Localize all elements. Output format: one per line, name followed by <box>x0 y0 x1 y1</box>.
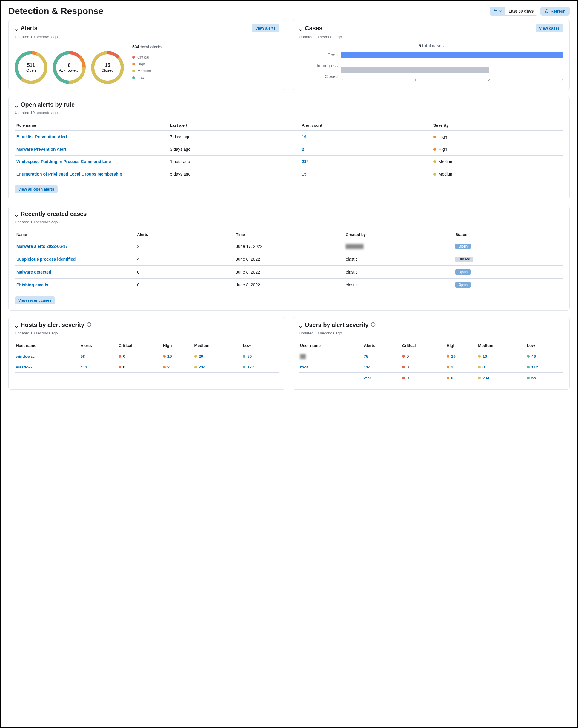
info-icon[interactable] <box>86 321 91 329</box>
users-panel: Users by alert severity Updated 10 secon… <box>293 317 570 390</box>
refresh-icon <box>545 9 549 13</box>
chevron-down-icon <box>15 212 18 216</box>
hosts-panel: Hosts by alert severity Updated 10 secon… <box>8 317 285 390</box>
chevron-down-icon <box>299 323 303 327</box>
open-alerts-by-rule-panel: Open alerts by rule Updated 10 seconds a… <box>8 97 570 200</box>
recent-cases-panel: Recently created cases Updated 10 second… <box>8 206 570 311</box>
open-alerts-updated: Updated 10 seconds ago <box>15 110 563 115</box>
rule-link[interactable]: Blocklist Prevention Alert <box>17 134 67 139</box>
table-row: root114020112 <box>299 362 563 373</box>
alert-count-link[interactable]: 15 <box>302 172 307 177</box>
cases-bar <box>341 52 563 58</box>
cases-label: Closed <box>324 73 338 80</box>
hosts-title[interactable]: Hosts by alert severity <box>15 321 279 329</box>
donut-acknowle: 8Acknowle… <box>53 51 86 84</box>
entity-link[interactable]: root <box>300 365 308 369</box>
case-link[interactable]: Suspicious process identified <box>17 257 76 262</box>
rule-link[interactable]: Whitespace Padding in Process Command Li… <box>17 159 111 164</box>
alert-count-link[interactable]: 2 <box>302 147 304 152</box>
alerts-panel: Alerts View alerts Updated 10 seconds ag… <box>8 20 285 90</box>
info-icon[interactable] <box>371 321 375 329</box>
hosts-table: Host name Alerts Critical High Medium Lo… <box>15 340 279 373</box>
alert-count-link[interactable]: 19 <box>302 134 307 139</box>
alerts-updated: Updated 10 seconds ago <box>15 35 279 39</box>
alerts-total: 534 total alerts <box>15 45 279 49</box>
recent-cases-updated: Updated 10 seconds ago <box>15 220 563 224</box>
table-row: Malware alerts 2022-06-172June 17, 2022█… <box>15 240 563 253</box>
severity-legend: Critical High Medium Low <box>132 55 151 80</box>
hosts-updated: Updated 10 seconds ago <box>15 331 279 335</box>
cases-bar <box>341 68 489 74</box>
users-updated: Updated 10 seconds ago <box>299 331 563 335</box>
chevron-down-icon <box>15 323 18 327</box>
date-range-label: Last 30 days <box>505 6 537 16</box>
view-all-open-alerts-button[interactable]: View all open alerts <box>15 185 58 193</box>
recent-cases-table: Name Alerts Time Created by Status Malwa… <box>15 229 563 291</box>
users-title[interactable]: Users by alert severity <box>299 321 563 329</box>
donut-closed: 15Closed <box>91 51 124 84</box>
cases-label: In progress <box>317 62 338 69</box>
status-badge: Open <box>455 244 471 249</box>
open-alerts-title[interactable]: Open alerts by rule <box>15 101 563 108</box>
svg-rect-0 <box>494 9 497 12</box>
table-row: ██750191046 <box>299 351 563 362</box>
cases-updated: Updated 10 seconds ago <box>299 35 563 39</box>
date-range-picker[interactable]: Last 30 days <box>490 6 537 16</box>
table-row: elastic-5…41302234177 <box>15 362 279 373</box>
cases-bar-chart: OpenIn progressClosed 0123 <box>299 52 563 82</box>
chevron-down-icon <box>15 103 18 107</box>
cases-panel-title[interactable]: Cases <box>299 25 322 32</box>
table-row: 2990023465 <box>299 373 563 383</box>
status-badge: Open <box>455 282 471 288</box>
chevron-down-icon <box>499 10 502 12</box>
status-badge: Closed <box>455 257 473 262</box>
table-row: Whitespace Padding in Process Command Li… <box>15 156 563 168</box>
table-row: Malware detected0June 8, 2022elasticOpen <box>15 266 563 279</box>
rule-link[interactable]: Malware Prevention Alert <box>17 147 66 152</box>
view-alerts-button[interactable]: View alerts <box>252 24 279 32</box>
chevron-down-icon <box>299 27 303 30</box>
alerts-panel-title[interactable]: Alerts <box>15 25 37 32</box>
users-table: User name Alerts Critical High Medium Lo… <box>299 340 563 383</box>
cases-label: Open <box>327 52 338 58</box>
recent-cases-title[interactable]: Recently created cases <box>15 210 563 217</box>
calendar-icon <box>490 6 505 16</box>
view-recent-cases-button[interactable]: View recent cases <box>15 296 55 304</box>
case-link[interactable]: Phishing emails <box>17 283 48 287</box>
table-row: Blocklist Prevention Alert7 days ago19Hi… <box>15 131 563 143</box>
entity-link[interactable]: windows… <box>16 354 37 359</box>
case-link[interactable]: Malware detected <box>17 270 51 275</box>
case-link[interactable]: Malware alerts 2022-06-17 <box>17 244 68 249</box>
entity-link[interactable]: elastic-5… <box>16 365 36 369</box>
table-row: windows…980192950 <box>15 351 279 362</box>
refresh-button[interactable]: Refresh <box>541 7 570 16</box>
rule-link[interactable]: Enumeration of Privileged Local Groups M… <box>17 172 122 177</box>
cases-total: 5 total cases <box>299 43 563 48</box>
table-row: Malware Prevention Alert3 days ago2High <box>15 143 563 156</box>
refresh-label: Refresh <box>551 9 566 14</box>
status-badge: Open <box>455 269 471 275</box>
table-row: Suspicious process identified4June 8, 20… <box>15 253 563 266</box>
chevron-down-icon <box>15 27 18 30</box>
open-alerts-table: Rule name Last alert Alert count Severit… <box>15 120 563 180</box>
view-cases-button[interactable]: View cases <box>535 24 563 32</box>
table-row: Enumeration of Privileged Local Groups M… <box>15 168 563 180</box>
page-title: Detection & Response <box>8 6 103 16</box>
cases-panel: Cases View cases Updated 10 seconds ago … <box>293 20 570 90</box>
table-row: Phishing emails0June 8, 2022elasticOpen <box>15 279 563 291</box>
donut-open: 511Open <box>15 51 48 84</box>
alert-count-link[interactable]: 234 <box>302 159 309 164</box>
